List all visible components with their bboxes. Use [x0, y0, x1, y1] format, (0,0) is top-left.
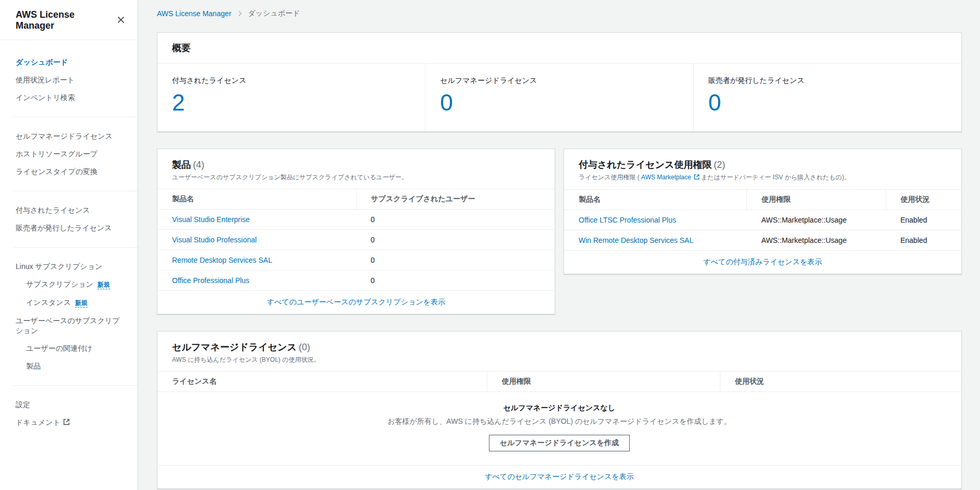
- sidebar-item-usage-reports[interactable]: 使用状況レポート: [16, 75, 125, 85]
- stat-granted-licenses: 付与されたライセンス 2: [157, 64, 425, 131]
- products-title: 製品: [172, 160, 191, 170]
- products-card-header: 製品 (4) ユーザーベースのサブスクリプション製品にサブスクライブされているユ…: [157, 149, 555, 189]
- self-managed-empty-state: セルフマネージドライセンスなし お客様が所有し、AWS に持ち込んだライセンス …: [157, 392, 961, 465]
- sidebar-item-linux-subscriptions[interactable]: Linux サブスクリプション: [16, 262, 125, 272]
- granted-card-header: 付与されたライセンス使用権限 (2) ライセンス使用権限 ( AWS Marke…: [564, 149, 961, 189]
- overview-card-header: 概要: [157, 33, 961, 64]
- products-count: (4): [193, 160, 204, 170]
- sidebar-item-products[interactable]: 製品: [26, 361, 125, 371]
- products-card: 製品 (4) ユーザーベースのサブスクリプション製品にサブスクライブされているユ…: [157, 149, 555, 314]
- column-header-usage-status: 使用状況: [886, 190, 961, 210]
- sidebar-item-dashboard[interactable]: ダッシュボード: [16, 57, 125, 67]
- sidebar-item-host-resource-groups[interactable]: ホストリソースグループ: [16, 149, 125, 159]
- table-row: Office LTSC Professional Plus AWS::Marke…: [564, 210, 961, 230]
- subscribed-users-value: 0: [356, 271, 555, 291]
- sidebar-item-inventory-search[interactable]: インベントリ検索: [16, 93, 125, 103]
- self-managed-card-footer: すべてのセルフマネージドライセンスを表示: [157, 465, 961, 488]
- sidebar-item-settings[interactable]: 設定: [16, 400, 125, 410]
- external-link-icon: [63, 418, 70, 428]
- sidebar-item-granted-licenses[interactable]: 付与されたライセンス: [16, 205, 125, 215]
- granted-title: 付与されたライセンス使用権限: [579, 160, 712, 170]
- table-row: Office Professional Plus 0: [157, 271, 555, 291]
- column-header-entitlement: 使用権限: [487, 372, 720, 392]
- sidebar-item-instances[interactable]: インスタンス新規: [26, 298, 125, 308]
- product-link[interactable]: Remote Desktop Services SAL: [172, 256, 272, 264]
- granted-card-footer: すべての付与済みライセンスを表示: [564, 250, 961, 274]
- subscribed-users-value: 0: [356, 230, 555, 250]
- granted-table: 製品名 使用権限 使用状況 Office LTSC Professional P…: [564, 189, 961, 250]
- sidebar-item-self-managed-licenses[interactable]: セルフマネージドライセンス: [16, 131, 125, 141]
- column-header-subscribed-users: サブスクライブされたユーザー: [356, 189, 555, 210]
- sidebar-item-license-type-conversion[interactable]: ライセンスタイプの変換: [16, 167, 125, 177]
- new-badge[interactable]: 新規: [75, 299, 88, 308]
- breadcrumb-root-link[interactable]: AWS License Manager: [157, 9, 231, 18]
- table-row: Win Remote Desktop Services SAL AWS::Mar…: [564, 230, 961, 251]
- sidebar-item-label: ドキュメント: [16, 418, 60, 426]
- granted-count: (2): [714, 160, 725, 170]
- view-all-granted-licenses-link[interactable]: すべての付与済みライセンスを表示: [703, 258, 822, 266]
- self-managed-count: (0): [299, 342, 310, 352]
- stat-label: 販売者が発行したライセンス: [708, 76, 947, 85]
- product-link[interactable]: Office Professional Plus: [172, 276, 249, 285]
- column-header-license-name: ライセンス名: [157, 372, 487, 392]
- stat-value-link[interactable]: 0: [440, 90, 678, 116]
- table-row: Visual Studio Professional 0: [157, 230, 555, 250]
- sidebar-title-link[interactable]: AWS License Manager: [16, 9, 116, 31]
- self-managed-description: AWS に持ち込んだライセンス (BYOL) の使用状況。: [172, 356, 947, 364]
- products-description: ユーザーベースのサブスクリプション製品にサブスクライブされているユーザー。: [172, 173, 540, 181]
- overview-card: 概要 付与されたライセンス 2 セルフマネージドライセンス 0 販売者が発行した…: [157, 32, 962, 132]
- overview-stats: 付与されたライセンス 2 セルフマネージドライセンス 0 販売者が発行したライセ…: [157, 64, 961, 131]
- product-link[interactable]: Visual Studio Professional: [172, 236, 256, 244]
- aws-marketplace-link[interactable]: AWS Marketplace: [641, 174, 691, 181]
- create-self-managed-license-button[interactable]: セルフマネージドライセンスを作成: [489, 435, 630, 451]
- overview-title: 概要: [172, 43, 191, 53]
- new-badge[interactable]: 新規: [97, 281, 110, 289]
- usage-status-value: Enabled: [886, 230, 961, 251]
- aws-license-manager-console: AWS License Manager ダッシュボード 使用状況レポート インベ…: [0, 0, 980, 490]
- close-icon: [117, 16, 125, 26]
- self-managed-table: ライセンス名 使用権限 使用状況: [157, 371, 961, 392]
- granted-entitlements-card: 付与されたライセンス使用権限 (2) ライセンス使用権限 ( AWS Marke…: [564, 149, 962, 274]
- breadcrumb-current: ダッシュボード: [248, 9, 300, 18]
- usage-status-value: Enabled: [886, 210, 961, 230]
- view-all-self-managed-licenses-link[interactable]: すべてのセルフマネージドライセンスを表示: [485, 472, 634, 481]
- table-row: Remote Desktop Services SAL 0: [157, 250, 555, 271]
- column-header-usage-status: 使用状況: [720, 372, 961, 392]
- external-link-icon: [694, 174, 700, 182]
- license-link[interactable]: Win Remote Desktop Services SAL: [579, 236, 693, 244]
- sidebar-item-label: サブスクリプション: [26, 280, 93, 288]
- sidebar-divider: [13, 385, 138, 386]
- subscribed-users-value: 0: [356, 250, 555, 271]
- sidebar-divider: [13, 191, 138, 191]
- chevron-right-icon: [237, 10, 243, 17]
- license-link[interactable]: Office LTSC Professional Plus: [579, 216, 676, 224]
- self-managed-card-header: セルフマネージドライセンス (0) AWS に持ち込んだライセンス (BYOL)…: [157, 332, 961, 371]
- table-row: Visual Studio Enterprise 0: [157, 210, 555, 230]
- close-sidebar-button[interactable]: [116, 15, 126, 27]
- stat-label: 付与されたライセンス: [172, 76, 410, 85]
- stat-self-managed-licenses: セルフマネージドライセンス 0: [425, 64, 693, 131]
- entitlement-value: AWS::Marketplace::Usage: [747, 210, 886, 230]
- sidebar-divider: [13, 247, 138, 248]
- granted-desc-prefix: ライセンス使用権限 (: [579, 174, 640, 181]
- subscribed-users-value: 0: [356, 210, 555, 230]
- table-header-row: 製品名 サブスクライブされたユーザー: [157, 189, 555, 210]
- sidebar-item-user-associations[interactable]: ユーザーの関連付け: [26, 344, 125, 353]
- sidebar-header: AWS License Manager: [0, 0, 138, 40]
- sidebar-item-seller-issued-licenses[interactable]: 販売者が発行したライセンス: [16, 223, 125, 233]
- stat-value-link[interactable]: 0: [708, 90, 947, 116]
- view-all-user-based-subscriptions-link[interactable]: すべてのユーザーベースのサブスクリプションを表示: [267, 298, 445, 306]
- granted-desc-suffix: またはサードパーティー ISV から購入されたもの)。: [701, 174, 850, 181]
- product-link[interactable]: Visual Studio Enterprise: [172, 215, 250, 224]
- products-table: 製品名 サブスクライブされたユーザー Visual Studio Enterpr…: [157, 189, 555, 290]
- column-header-product-name: 製品名: [564, 190, 747, 210]
- stat-seller-issued-licenses: 販売者が発行したライセンス 0: [693, 64, 961, 131]
- stat-value-link[interactable]: 2: [172, 90, 410, 116]
- sidebar-item-documentation[interactable]: ドキュメント: [16, 418, 125, 428]
- sidebar-item-user-based-subscriptions[interactable]: ユーザーベースのサブスクリプション: [16, 316, 125, 336]
- sidebar-item-subscriptions[interactable]: サブスクリプション新規: [26, 279, 125, 290]
- column-header-entitlement: 使用権限: [747, 190, 886, 210]
- self-managed-card: セルフマネージドライセンス (0) AWS に持ち込んだライセンス (BYOL)…: [157, 331, 962, 489]
- empty-state-description: お客様が所有し、AWS に持ち込んだライセンス (BYOL) のセルフマネージド…: [168, 417, 951, 426]
- main-content: AWS License Manager ダッシュボード 概要 付与されたライセン…: [138, 0, 980, 490]
